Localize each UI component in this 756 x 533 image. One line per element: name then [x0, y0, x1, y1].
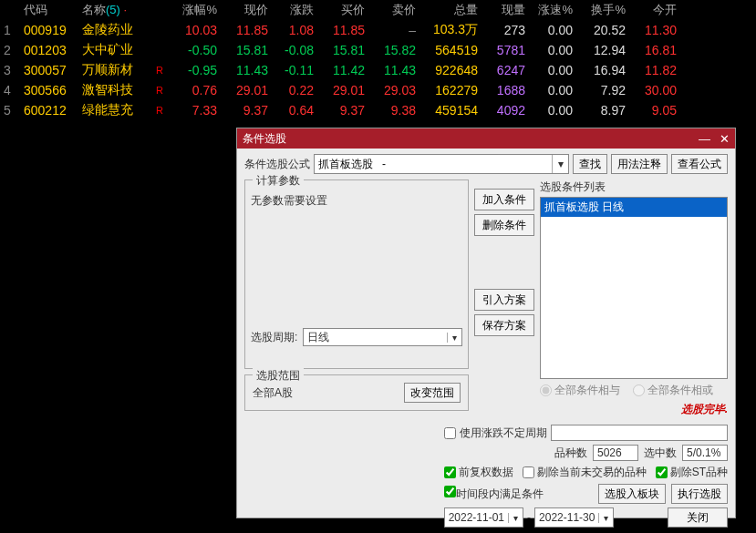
close-icon[interactable]: ✕ [720, 132, 730, 146]
period-select[interactable]: 日线 ▾ [303, 328, 462, 346]
to-sector-button[interactable]: 选股入板块 [598, 484, 666, 504]
formula-input[interactable] [315, 155, 552, 173]
col-vol[interactable]: 总量 [421, 2, 483, 18]
scope-fieldset: 选股范围 全部A股 改变范围 [244, 374, 469, 411]
table-row[interactable]: 2 001203 大中矿业 -0.50 15.81 -0.08 15.81 15… [0, 40, 756, 60]
scope-value: 全部A股 [253, 385, 293, 401]
param-fieldset: 计算参数 无参数需要设置 选股周期: 日线 ▾ [244, 179, 469, 369]
table-row[interactable]: 5 600212 绿能慧充 R 7.33 9.37 0.64 9.37 9.38… [0, 100, 756, 120]
col-ask[interactable]: 卖价 [370, 2, 421, 18]
minimize-icon[interactable]: — [699, 132, 710, 146]
table-row[interactable]: 4 300566 激智科技 R 0.76 29.01 0.22 29.01 29… [0, 80, 756, 100]
find-button[interactable]: 查找 [573, 154, 607, 174]
formula-label: 条件选股公式 [244, 157, 310, 172]
selected-value: 5/0.1% [682, 445, 728, 461]
date-to-select[interactable]: 2022-11-30▾ [534, 507, 614, 528]
close-button[interactable]: 关闭 [668, 507, 728, 528]
period-label: 选股周期: [251, 330, 297, 345]
col-bid[interactable]: 买价 [319, 2, 370, 18]
delete-condition-button[interactable]: 删除条件 [474, 214, 534, 236]
dialog-title: 条件选股 [243, 131, 286, 147]
condition-dialog: 条件选股 — ✕ 条件选股公式 ▾ 查找 用法注释 查看公式 计算参数 无参数需… [236, 128, 736, 518]
table-header: 代码 名称(5) · 涨幅% 现价 涨跌 买价 卖价 总量 现量 涨速% 换手%… [0, 0, 756, 20]
col-spd[interactable]: 涨速% [531, 2, 578, 18]
save-plan-button[interactable]: 保存方案 [474, 314, 534, 336]
condition-listbox[interactable]: 抓首板选股 日线 [540, 197, 728, 379]
table-row[interactable]: 3 300057 万顺新材 R -0.95 11.43 -0.11 11.42 … [0, 60, 756, 80]
table-row[interactable]: 1 000919 金陵药业 10.03 11.85 1.08 11.85 – 1… [0, 20, 756, 40]
rm-st-checkbox[interactable]: 剔除ST品种 [656, 465, 728, 480]
col-price[interactable]: 现价 [223, 2, 274, 18]
condition-list-label: 选股条件列表 [540, 179, 728, 195]
status-text: 选股完毕. [540, 402, 728, 417]
usage-button[interactable]: 用法注释 [611, 154, 668, 174]
add-condition-button[interactable]: 加入条件 [474, 189, 534, 210]
var-period-input[interactable] [551, 425, 728, 441]
stock-table: 代码 名称(5) · 涨幅% 现价 涨跌 买价 卖价 总量 现量 涨速% 换手%… [0, 0, 756, 120]
date-from-select[interactable]: 2022-11-01▾ [444, 507, 523, 528]
col-turn[interactable]: 换手% [578, 2, 631, 18]
chevron-down-icon[interactable]: ▾ [508, 513, 523, 523]
fq-checkbox[interactable]: 前复权数据 [444, 465, 513, 480]
formula-select[interactable]: ▾ [314, 154, 569, 174]
col-cur[interactable]: 现量 [483, 2, 531, 18]
chevron-down-icon[interactable]: ▾ [552, 155, 568, 173]
time-range-checkbox[interactable]: 时间段内满足条件 [444, 486, 544, 502]
chevron-down-icon[interactable]: ▾ [447, 333, 461, 343]
param-text: 无参数需要设置 [251, 186, 462, 323]
view-formula-button[interactable]: 查看公式 [671, 154, 728, 174]
col-chg[interactable]: 涨跌 [274, 2, 319, 18]
col-open[interactable]: 今开 [631, 2, 682, 18]
list-item[interactable]: 抓首板选股 日线 [541, 198, 727, 217]
chevron-down-icon[interactable]: ▾ [598, 513, 613, 523]
import-plan-button[interactable]: 引入方案 [474, 289, 534, 311]
use-var-period-checkbox[interactable] [444, 427, 456, 439]
col-code[interactable]: 代码 [20, 2, 80, 18]
run-button[interactable]: 执行选股 [671, 484, 728, 504]
radio-or[interactable]: 全部条件相或 [633, 383, 713, 398]
radio-and[interactable]: 全部条件相与 [540, 383, 620, 398]
col-pct[interactable]: 涨幅% [170, 2, 223, 18]
col-name[interactable]: 名称(5) · [80, 2, 155, 18]
rm-notrade-checkbox[interactable]: 剔除当前未交易的品种 [523, 465, 647, 480]
count-value: 5026 [593, 445, 638, 461]
change-scope-button[interactable]: 改变范围 [404, 383, 461, 403]
dialog-titlebar[interactable]: 条件选股 — ✕ [237, 128, 735, 149]
